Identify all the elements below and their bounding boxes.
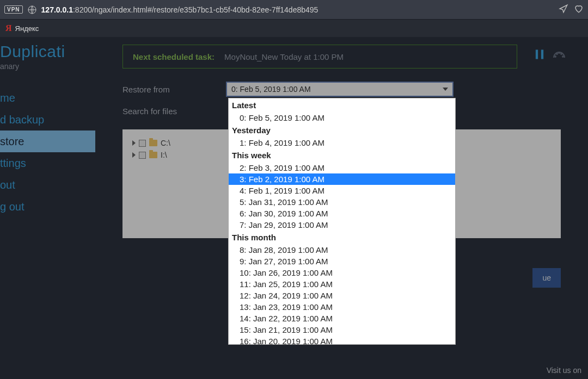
yandex-bar: Я Яндекс — [0, 20, 588, 37]
restore-version-selected: 0: Feb 5, 2019 1:00 AM — [231, 85, 311, 94]
drive-c-label: C:\ — [161, 139, 170, 147]
dropdown-item[interactable]: 8: Jan 28, 2019 1:00 AM — [229, 244, 455, 256]
vpn-badge: VPN — [4, 5, 23, 14]
dropdown-item[interactable]: 6: Jan 30, 2019 1:00 AM — [229, 208, 455, 219]
next-task-banner: Next scheduled task: MoyNout_New Today a… — [122, 45, 517, 69]
dropdown-item[interactable]: 15: Jan 21, 2019 1:00 AM — [229, 324, 455, 335]
dropdown-item[interactable]: 12: Jan 24, 2019 1:00 AM — [229, 290, 455, 301]
dropdown-item[interactable]: 16: Jan 20, 2019 1:00 AM — [229, 335, 455, 344]
dropdown-item[interactable]: 14: Jan 22, 2019 1:00 AM — [229, 313, 455, 324]
restore-from-label: Restore from — [122, 85, 226, 94]
url-field[interactable]: 127.0.0.1:8200/ngax/index.html#/restore/… — [41, 5, 554, 14]
sidebar-item-add-backup[interactable]: d backup — [0, 109, 95, 131]
sidebar: Duplicati anary me d backup store ttings… — [0, 37, 95, 379]
checkbox[interactable] — [139, 140, 146, 147]
expand-icon[interactable] — [132, 152, 136, 158]
yandex-logo-icon: Я — [5, 23, 12, 33]
send-icon[interactable] — [559, 4, 568, 15]
sidebar-item-logout[interactable]: g out — [0, 196, 95, 218]
checkbox[interactable] — [139, 152, 146, 159]
heart-icon[interactable] — [574, 4, 584, 15]
url-path: :8200/ngax/index.html#/restore/e35b7bc1-… — [73, 5, 318, 14]
continue-button[interactable]: ue — [532, 268, 561, 288]
dropdown-item[interactable]: 11: Jan 25, 2019 1:00 AM — [229, 278, 455, 290]
dropdown-group-header: This month — [229, 231, 455, 244]
dropdown-group-header: Latest — [229, 98, 455, 112]
dropdown-item[interactable]: 13: Jan 23, 2019 1:00 AM — [229, 301, 455, 313]
svg-point-5 — [559, 52, 560, 53]
globe-icon — [27, 5, 37, 15]
dropdown-item[interactable]: 2: Feb 3, 2019 1:00 AM — [229, 162, 455, 173]
dropdown-item[interactable]: 10: Jan 26, 2019 1:00 AM — [229, 267, 455, 278]
pause-icon[interactable] — [535, 49, 544, 62]
app-subtitle: anary — [0, 62, 95, 71]
restore-version-select[interactable]: 0: Feb 5, 2019 1:00 AM — [226, 82, 454, 97]
dropdown-item[interactable]: 3: Feb 2, 2019 1:00 AM — [229, 173, 455, 185]
dropdown-group-header: Yesterday — [229, 123, 455, 137]
svg-rect-2 — [541, 49, 543, 59]
dropdown-item[interactable]: 9: Jan 27, 2019 1:00 AM — [229, 256, 455, 267]
url-host: 127.0.0.1 — [41, 5, 73, 14]
yandex-label[interactable]: Яндекс — [15, 24, 39, 33]
dropdown-item[interactable]: 4: Feb 1, 2019 1:00 AM — [229, 185, 455, 196]
footer-visit: Visit us on — [547, 366, 581, 375]
dropdown-group-header: This week — [229, 148, 455, 162]
svg-rect-1 — [536, 49, 538, 59]
dropdown-item[interactable]: 1: Feb 4, 2019 1:00 AM — [229, 137, 455, 148]
svg-point-4 — [556, 53, 558, 54]
app-title: Duplicati — [0, 42, 95, 61]
dropdown-item[interactable]: 5: Jan 31, 2019 1:00 AM — [229, 196, 455, 208]
next-task-label: Next scheduled task: — [133, 52, 215, 61]
expand-icon[interactable] — [132, 140, 136, 146]
dropdown-item[interactable]: 7: Jan 29, 2019 1:00 AM — [229, 219, 455, 231]
svg-point-3 — [555, 56, 556, 57]
sidebar-nav: me d backup store ttings out g out — [0, 87, 95, 218]
next-task-value: MoyNout_New Today at 1:00 PM — [224, 52, 344, 61]
drive-i-label: I:\ — [161, 151, 167, 159]
sidebar-item-settings[interactable]: ttings — [0, 152, 95, 174]
version-dropdown[interactable]: Latest0: Feb 5, 2019 1:00 AMYesterday1: … — [228, 98, 456, 345]
svg-point-6 — [561, 53, 562, 54]
svg-point-7 — [562, 56, 564, 57]
throttle-icon[interactable] — [552, 49, 566, 61]
search-files-label: Search for files — [122, 107, 226, 116]
dropdown-item[interactable]: 0: Feb 5, 2019 1:00 AM — [229, 112, 455, 123]
sidebar-item-home[interactable]: me — [0, 87, 95, 109]
sidebar-item-about[interactable]: out — [0, 174, 95, 196]
folder-icon — [149, 152, 157, 158]
sidebar-item-restore[interactable]: store — [0, 131, 95, 152]
browser-address-bar: VPN 127.0.0.1:8200/ngax/index.html#/rest… — [0, 0, 588, 20]
folder-icon — [149, 140, 157, 146]
